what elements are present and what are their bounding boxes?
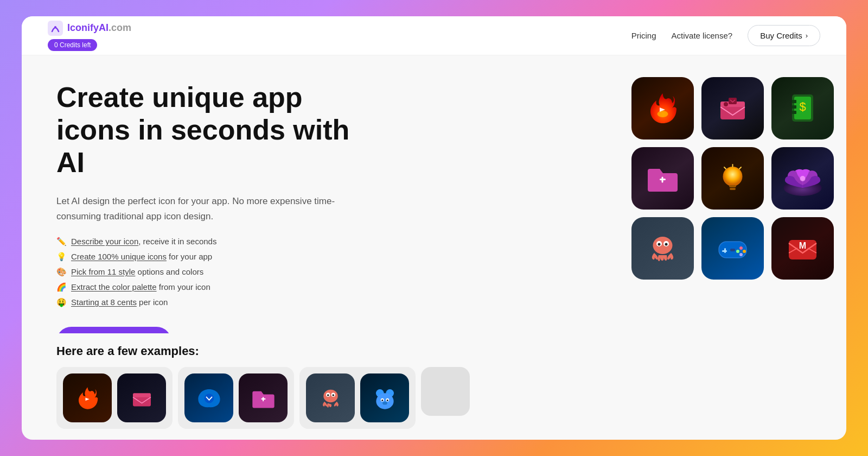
- app-icon-gamepad: [701, 217, 764, 280]
- app-icon-mailbox: [701, 77, 764, 140]
- feature-item-2: 💡 Create 100% unique icons for your app: [56, 252, 592, 262]
- examples-title: Here are a few examples:: [56, 344, 812, 358]
- example-fire-music-svg: [73, 383, 103, 413]
- bulb-icon: 💡: [56, 252, 67, 262]
- lightbulb-svg: [712, 158, 753, 199]
- feature-link-4[interactable]: Extract the color palette: [71, 282, 157, 292]
- app-icon-lotus: [771, 147, 834, 210]
- app-icon-lightbulb: [701, 147, 764, 210]
- gamepad-svg: [712, 228, 753, 269]
- example-mailbox-svg: [127, 383, 157, 413]
- app-icon-mail-dark: M: [771, 217, 834, 280]
- feature-link-1[interactable]: Describe your icon: [71, 237, 138, 246]
- palette-icon: 🎨: [56, 267, 67, 277]
- feature-link-2[interactable]: Create 100% unique icons: [71, 252, 167, 261]
- mail-dark-svg: M: [782, 228, 823, 269]
- svg-point-24: [665, 243, 667, 246]
- octopus-svg: [642, 228, 683, 269]
- right-panel: $: [618, 55, 846, 333]
- svg-rect-12: [792, 111, 796, 114]
- svg-rect-14: [661, 177, 663, 183]
- svg-point-41: [323, 389, 337, 402]
- folder-plus-svg: [642, 158, 683, 199]
- svg-point-32: [739, 253, 743, 256]
- buy-credits-button[interactable]: Buy Credits ›: [748, 25, 820, 46]
- svg-rect-11: [792, 105, 796, 109]
- svg-point-30: [736, 250, 739, 253]
- pricing-link[interactable]: Pricing: [631, 31, 656, 40]
- logo-text: IconifyAI.com: [67, 22, 131, 34]
- credits-badge: 0 Credits left: [48, 39, 97, 51]
- examples-group-1: [56, 367, 173, 429]
- example-icon-mailbox: [117, 373, 166, 422]
- svg-point-48: [376, 393, 393, 409]
- svg-point-45: [332, 394, 334, 396]
- app-icon-octopus: [631, 217, 694, 280]
- svg-point-15: [723, 167, 742, 186]
- example-octopus-svg: [316, 383, 346, 413]
- buy-credits-label: Buy Credits: [760, 31, 802, 40]
- navbar: IconifyAI.com 0 Credits left Pricing Act…: [22, 16, 846, 55]
- feature-link-3[interactable]: Pick from 11 style: [71, 267, 135, 276]
- logo-icon: [48, 21, 63, 36]
- app-window: IconifyAI.com 0 Credits left Pricing Act…: [22, 16, 846, 440]
- svg-rect-17: [730, 188, 736, 190]
- example-bear-svg: [370, 383, 400, 413]
- logo-area: IconifyAI.com 0 Credits left: [48, 21, 131, 51]
- svg-rect-28: [722, 250, 727, 252]
- left-panel: Create unique app icons in seconds with …: [22, 55, 618, 333]
- chevron-right-icon: ›: [806, 31, 808, 40]
- svg-point-19: [800, 176, 805, 181]
- example-icon-folder-plus: [239, 373, 288, 422]
- svg-text:$: $: [799, 100, 806, 113]
- rainbow-icon: 🌈: [56, 282, 67, 292]
- svg-point-31: [743, 250, 746, 253]
- feature-item-3: 🎨 Pick from 11 style options and colors: [56, 267, 592, 277]
- feature-item-1: ✏️ Describe your icon, receive it in sec…: [56, 237, 592, 246]
- mailbox-svg: [712, 88, 753, 129]
- fire-music-svg: [642, 88, 683, 129]
- svg-point-51: [381, 400, 383, 401]
- svg-point-2: [657, 111, 668, 117]
- logo[interactable]: IconifyAI.com: [48, 21, 131, 36]
- hero-title: Create unique app icons in seconds with …: [56, 81, 382, 179]
- example-icon-blue-bear: [360, 373, 409, 422]
- svg-point-20: [653, 237, 672, 254]
- nav-right: Pricing Activate license? Buy Credits ›: [631, 25, 820, 46]
- svg-point-5: [724, 102, 728, 106]
- app-icon-money-book: $: [771, 77, 834, 140]
- svg-rect-40: [263, 397, 264, 401]
- svg-point-52: [386, 400, 388, 401]
- svg-rect-10: [792, 100, 796, 103]
- main-content: Create unique app icons in seconds with …: [22, 55, 846, 333]
- feature-item-4: 🌈 Extract the color palette from your ic…: [56, 282, 592, 292]
- svg-point-29: [739, 246, 743, 250]
- example-icon-blue: [184, 373, 233, 422]
- pencil-icon: ✏️: [56, 237, 67, 246]
- feature-item-5: 🤑 Starting at 8 cents per icon: [56, 297, 592, 307]
- activate-license-link[interactable]: Activate license?: [672, 31, 733, 40]
- examples-row: [56, 367, 812, 429]
- app-icon-fire-music: [631, 77, 694, 140]
- svg-point-23: [658, 243, 660, 246]
- svg-point-38: [204, 394, 214, 403]
- svg-point-1: [54, 26, 56, 28]
- create-icons-button[interactable]: Create Icons ↓: [56, 327, 171, 333]
- example-icon-fire-music: [63, 373, 112, 422]
- hero-description: Let AI design the perfect icon for your …: [56, 194, 339, 223]
- bottom-section: Here are a few examples:: [22, 333, 846, 440]
- svg-rect-33: [730, 249, 735, 251]
- svg-point-44: [327, 394, 329, 396]
- example-icon-octopus-2: [306, 373, 355, 422]
- lotus-svg: [782, 158, 823, 199]
- app-icon-folder-plus: [631, 147, 694, 210]
- svg-text:M: M: [799, 241, 806, 250]
- svg-rect-16: [729, 185, 736, 187]
- example-blue-svg: [194, 383, 224, 413]
- feature-link-5[interactable]: Starting at 8 cents: [71, 297, 137, 307]
- svg-point-53: [382, 401, 387, 404]
- example-folder-svg: [248, 383, 278, 413]
- svg-rect-6: [729, 98, 737, 104]
- money-icon: 🤑: [56, 297, 67, 307]
- examples-group-2: [178, 367, 294, 429]
